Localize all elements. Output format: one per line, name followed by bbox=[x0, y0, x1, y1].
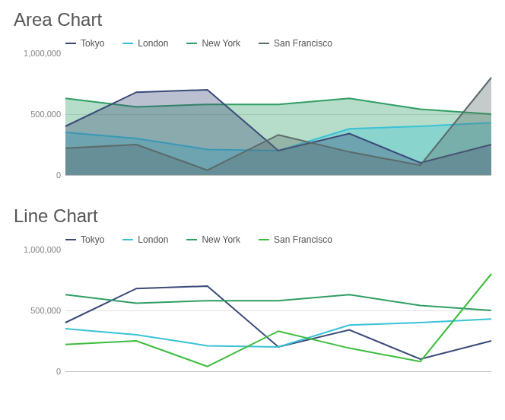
legend-label: San Francisco bbox=[274, 234, 332, 245]
legend-swatch-icon bbox=[122, 43, 133, 44]
axis-baseline bbox=[65, 371, 491, 372]
legend-swatch-icon bbox=[65, 239, 76, 240]
legend-label: Tokyo bbox=[81, 38, 104, 49]
line-chart-plot[interactable]: 0500,0001,000,000 bbox=[65, 250, 491, 371]
legend-label: Tokyo bbox=[81, 234, 104, 245]
legend-item-san-francisco[interactable]: San Francisco bbox=[259, 38, 332, 49]
line-series[interactable] bbox=[65, 294, 491, 310]
line-chart-legend: Tokyo London New York San Francisco bbox=[65, 234, 493, 245]
y-tick-label: 500,000 bbox=[30, 110, 65, 119]
line-series[interactable] bbox=[65, 319, 491, 347]
area-chart-title: Area Chart bbox=[14, 9, 493, 30]
y-tick-label: 0 bbox=[56, 367, 65, 376]
legend-item-tokyo[interactable]: Tokyo bbox=[65, 38, 104, 49]
legend-item-london[interactable]: London bbox=[122, 234, 168, 245]
legend-item-tokyo[interactable]: Tokyo bbox=[65, 234, 104, 245]
legend-item-london[interactable]: London bbox=[122, 38, 168, 49]
legend-swatch-icon bbox=[259, 239, 269, 240]
y-tick-label: 0 bbox=[56, 170, 65, 180]
legend-swatch-icon bbox=[186, 239, 197, 240]
line-chart-block: Line Chart Tokyo London New York San Fra… bbox=[12, 205, 493, 371]
legend-label: London bbox=[138, 38, 168, 49]
y-tick-label: 1,000,000 bbox=[24, 245, 65, 254]
legend-item-san-francisco[interactable]: San Francisco bbox=[259, 234, 332, 245]
legend-label: New York bbox=[202, 234, 240, 245]
legend-item-new-york[interactable]: New York bbox=[186, 234, 240, 245]
area-chart-plot[interactable]: 0500,0001,000,000 bbox=[65, 53, 491, 175]
chart-svg bbox=[65, 53, 491, 175]
area-chart-legend: Tokyo London New York San Francisco bbox=[65, 38, 493, 49]
chart-svg bbox=[65, 250, 491, 371]
legend-swatch-icon bbox=[65, 43, 76, 44]
axis-baseline bbox=[65, 175, 491, 176]
legend-swatch-icon bbox=[122, 239, 133, 240]
y-tick-label: 500,000 bbox=[30, 306, 65, 315]
legend-swatch-icon bbox=[259, 43, 269, 44]
legend-label: San Francisco bbox=[274, 38, 332, 49]
line-chart-title: Line Chart bbox=[14, 205, 493, 227]
legend-item-new-york[interactable]: New York bbox=[186, 38, 240, 49]
area-chart-block: Area Chart Tokyo London New York San Fra… bbox=[12, 9, 493, 175]
line-series[interactable] bbox=[65, 274, 491, 367]
y-tick-label: 1,000,000 bbox=[24, 49, 65, 58]
legend-label: New York bbox=[202, 38, 240, 49]
legend-swatch-icon bbox=[186, 43, 197, 44]
legend-label: London bbox=[138, 234, 168, 245]
